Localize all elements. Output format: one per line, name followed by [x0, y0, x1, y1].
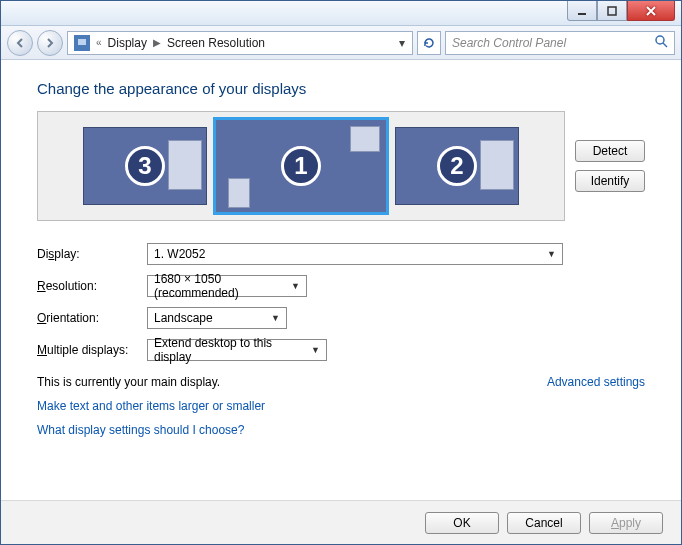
cancel-button[interactable]: Cancel: [507, 512, 581, 534]
monitor-number: 2: [437, 146, 477, 186]
svg-rect-2: [78, 39, 86, 45]
monitor-1[interactable]: 1: [213, 117, 389, 215]
monitor-deco-icon: [228, 178, 250, 208]
detect-button[interactable]: Detect: [575, 140, 645, 162]
address-bar[interactable]: « Display ▶ Screen Resolution ▾: [67, 31, 413, 55]
multiple-displays-label: Multiple displays:: [37, 343, 147, 357]
navigation-bar: « Display ▶ Screen Resolution ▾ Search C…: [1, 26, 681, 60]
page-title: Change the appearance of your displays: [37, 80, 645, 97]
identify-button[interactable]: Identify: [575, 170, 645, 192]
content-area: Change the appearance of your displays 3…: [1, 60, 681, 500]
dialog-footer: OK Cancel Apply: [1, 500, 681, 544]
display-select[interactable]: 1. W2052▼: [147, 243, 563, 265]
apply-button[interactable]: Apply: [589, 512, 663, 534]
control-panel-window: « Display ▶ Screen Resolution ▾ Search C…: [0, 0, 682, 545]
monitor-deco-icon: [480, 140, 514, 190]
display-label: Display:: [37, 247, 147, 261]
monitor-3[interactable]: 3: [83, 127, 207, 205]
display-preview-box: 3 1 2: [37, 111, 565, 221]
search-input[interactable]: Search Control Panel: [445, 31, 675, 55]
control-panel-icon: [74, 35, 90, 51]
monitor-number: 1: [281, 146, 321, 186]
svg-line-4: [663, 43, 667, 47]
back-button[interactable]: [7, 30, 33, 56]
monitor-2[interactable]: 2: [395, 127, 519, 205]
chevron-right-icon: ▶: [153, 37, 161, 48]
settings-form: Display: 1. W2052▼ Resolution: 1680 × 10…: [37, 243, 645, 361]
main-display-status: This is currently your main display.: [37, 375, 220, 389]
breadcrumb-screen-resolution[interactable]: Screen Resolution: [163, 36, 269, 50]
forward-button[interactable]: [37, 30, 63, 56]
chevron-down-icon: ▼: [547, 249, 556, 259]
search-icon: [654, 34, 668, 51]
ok-button[interactable]: OK: [425, 512, 499, 534]
chevron-down-icon: ▼: [291, 281, 300, 291]
monitor-number: 3: [125, 146, 165, 186]
breadcrumb-display[interactable]: Display: [104, 36, 151, 50]
svg-point-3: [656, 36, 664, 44]
advanced-settings-link[interactable]: Advanced settings: [547, 375, 645, 389]
orientation-select[interactable]: Landscape▼: [147, 307, 287, 329]
monitor-deco-icon: [168, 140, 202, 190]
text-size-link[interactable]: Make text and other items larger or smal…: [37, 399, 645, 413]
svg-rect-0: [578, 13, 586, 15]
resolution-select[interactable]: 1680 × 1050 (recommended)▼: [147, 275, 307, 297]
svg-rect-1: [608, 7, 616, 15]
orientation-label: Orientation:: [37, 311, 147, 325]
minimize-button[interactable]: [567, 1, 597, 21]
help-link[interactable]: What display settings should I choose?: [37, 423, 645, 437]
refresh-button[interactable]: [417, 31, 441, 55]
monitor-deco-icon: [350, 126, 380, 152]
multiple-displays-select[interactable]: Extend desktop to this display▼: [147, 339, 327, 361]
breadcrumb-sep-icon: «: [96, 37, 102, 48]
maximize-button[interactable]: [597, 1, 627, 21]
resolution-label: Resolution:: [37, 279, 147, 293]
close-button[interactable]: [627, 1, 675, 21]
titlebar: [1, 1, 681, 26]
chevron-down-icon: ▼: [271, 313, 280, 323]
search-placeholder: Search Control Panel: [452, 36, 566, 50]
chevron-down-icon: ▼: [311, 345, 320, 355]
address-dropdown-icon[interactable]: ▾: [394, 36, 410, 50]
